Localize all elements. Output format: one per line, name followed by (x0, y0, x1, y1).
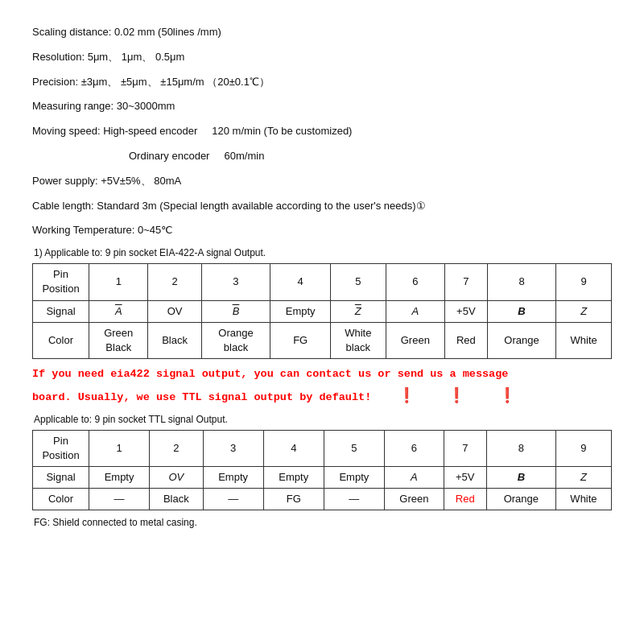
cable-length: Cable length: Standard 3m (Special lengt… (32, 198, 612, 215)
color-7: Red (444, 489, 486, 510)
exclamation-2: ❗ (448, 388, 465, 404)
signal-9: Z (556, 300, 612, 322)
col-7-header: 7 (444, 430, 486, 466)
color-label: Color (33, 489, 89, 510)
color-7: Red (445, 322, 488, 358)
color-6: Green (386, 322, 444, 358)
signal-4: Empty (263, 467, 324, 489)
color-4: FG (263, 489, 324, 510)
signal-8: B (486, 467, 555, 489)
color-4: FG (270, 322, 331, 358)
col-9-header: 9 (555, 430, 611, 466)
pin-position-header: PinPosition (33, 264, 89, 300)
scaling-distance: Scaling distance: 0.02 mm (50lines /mm) (32, 24, 612, 41)
signal-5: Empty (324, 467, 384, 489)
col-1-header: 1 (89, 264, 148, 300)
signal-3: Empty (203, 467, 263, 489)
color-row: Color GreenBlack Black Orangeblack FG Wh… (33, 322, 612, 358)
col-3-header: 3 (203, 430, 263, 466)
signal-label: Signal (33, 467, 89, 489)
signal-7: +5V (444, 467, 486, 489)
color-6: Green (384, 489, 444, 510)
table-row: PinPosition 1 2 3 4 5 6 7 8 9 (33, 264, 612, 300)
col-4-header: 4 (263, 430, 324, 466)
color-2: Black (150, 489, 203, 510)
color-5: Whiteblack (331, 322, 386, 358)
working-temperature: Working Temperature: 0~45℃ (32, 222, 612, 239)
signal-6: A (384, 467, 444, 489)
col-2-header: 2 (148, 264, 201, 300)
signal-label: Signal (33, 300, 89, 322)
col-8-header: 8 (486, 430, 555, 466)
col-8-header: 8 (487, 264, 556, 300)
color-9: White (555, 489, 611, 510)
signal-5: Z (331, 300, 386, 322)
exclamation-3: ❗ (498, 388, 516, 404)
color-1: GreenBlack (89, 322, 148, 358)
ttl-table: PinPosition 1 2 3 4 5 6 7 8 9 Signal Emp… (32, 430, 612, 511)
col-5-header: 5 (331, 264, 386, 300)
signal-2: OV (150, 467, 203, 489)
col-6-header: 6 (384, 430, 444, 466)
signal-3: B (201, 300, 270, 322)
col-3-header: 3 (201, 264, 270, 300)
signal-4: Empty (270, 300, 331, 322)
color-2: Black (148, 322, 201, 358)
col-7-header: 7 (445, 264, 488, 300)
signal-row: Signal A OV B Empty Z A +5V B Z (33, 300, 612, 322)
pin-position-header: PinPosition (33, 430, 89, 466)
table-row: PinPosition 1 2 3 4 5 6 7 8 9 (33, 430, 612, 466)
power-supply: Power supply: +5V±5%、 80mA (32, 173, 612, 190)
red-notice-line2: board. Usually, we use TTL signal output… (32, 384, 612, 409)
eia422-table: PinPosition 1 2 3 4 5 6 7 8 9 Signal A O… (32, 263, 612, 359)
col-9-header: 9 (556, 264, 612, 300)
color-label: Color (33, 322, 89, 358)
col-6-header: 6 (386, 264, 444, 300)
signal-row: Signal Empty OV Empty Empty Empty A +5V … (33, 467, 612, 489)
signal-7: +5V (445, 300, 488, 322)
signal-9: Z (555, 467, 611, 489)
table2-note: Applicable to: 9 pin socket TTL signal O… (34, 414, 612, 425)
color-1: — (89, 489, 150, 510)
precision: Precision: ±3μm、 ±5μm、 ±15μm/m （20±0.1℃） (32, 74, 612, 91)
color-9: White (556, 322, 612, 358)
color-3: — (203, 489, 263, 510)
color-8: Orange (487, 322, 556, 358)
color-3: Orangeblack (201, 322, 270, 358)
signal-1: A (89, 300, 148, 322)
moving-speed: Moving speed: High-speed encoder 120 m/m… (32, 123, 612, 140)
color-row: Color — Black — FG — Green Red Orange Wh… (33, 489, 612, 510)
measuring-range: Measuring range: 30~3000mm (32, 98, 612, 115)
signal-1: Empty (89, 467, 150, 489)
ordinary-encoder: Ordinary encoder 60m/min (129, 148, 612, 165)
exclamation-1: ❗ (398, 388, 415, 404)
signal-8: B (487, 300, 556, 322)
col-2-header: 2 (150, 430, 203, 466)
table1-note: 1) Applicable to: 9 pin socket EIA-422-A… (34, 247, 612, 258)
col-1-header: 1 (89, 430, 150, 466)
signal-2: OV (148, 300, 201, 322)
red-notice-line1: If you need eia422 signal output, you ca… (32, 365, 612, 384)
signal-6: A (386, 300, 444, 322)
color-5: — (324, 489, 384, 510)
resolution: Resolution: 5μm、 1μm、 0.5μm (32, 49, 612, 66)
fg-note: FG: Shield connected to metal casing. (34, 517, 612, 528)
red-notice: If you need eia422 signal output, you ca… (32, 365, 612, 409)
col-5-header: 5 (324, 430, 384, 466)
col-4-header: 4 (270, 264, 331, 300)
color-8: Orange (486, 489, 555, 510)
